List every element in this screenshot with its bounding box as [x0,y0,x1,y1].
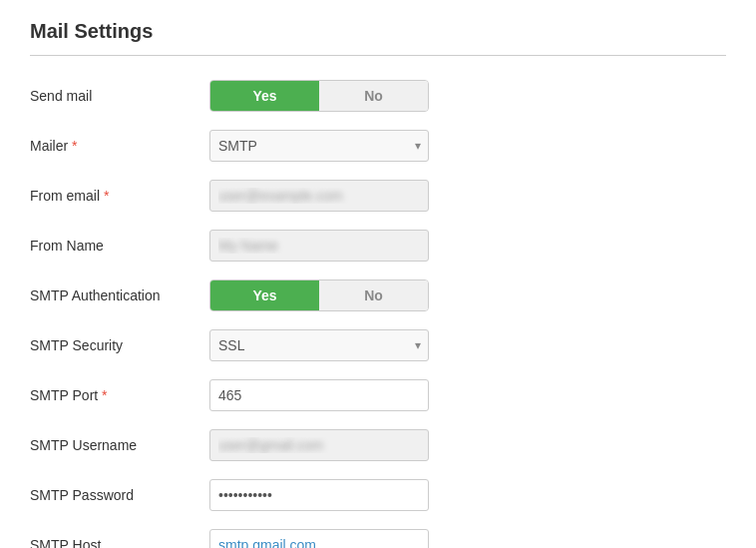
from-email-row: From email * [30,180,726,212]
send-mail-row: Send mail Yes No [30,80,726,112]
smtp-security-label: SMTP Security [30,337,209,353]
mailer-select[interactable]: SMTP Sendmail Mail [209,130,429,162]
smtp-port-input[interactable] [209,379,429,411]
send-mail-toggle[interactable]: Yes No [209,80,429,112]
mailer-select-wrapper: SMTP Sendmail Mail ▾ [209,130,429,162]
smtp-auth-row: SMTP Authentication Yes No [30,279,726,311]
smtp-port-row: SMTP Port * [30,379,726,411]
smtp-password-label: SMTP Password [30,487,209,503]
send-mail-yes-button[interactable]: Yes [210,81,319,111]
send-mail-label: Send mail [30,88,209,104]
smtp-port-label: SMTP Port * [30,387,209,403]
mailer-label: Mailer * [30,138,209,154]
smtp-username-input[interactable] [209,429,429,461]
smtp-auth-label: SMTP Authentication [30,287,209,303]
from-email-input[interactable] [209,180,429,212]
page-title: Mail Settings [30,20,726,43]
smtp-security-row: SMTP Security SSL TLS None ▾ [30,329,726,361]
smtp-username-row: SMTP Username [30,429,726,461]
from-name-input[interactable] [209,230,429,262]
smtp-security-select[interactable]: SSL TLS None [209,329,429,361]
smtp-password-row: SMTP Password [30,479,726,511]
mailer-row: Mailer * SMTP Sendmail Mail ▾ [30,130,726,162]
smtp-auth-yes-button[interactable]: Yes [210,280,319,310]
smtp-security-select-wrapper: SSL TLS None ▾ [209,329,429,361]
smtp-username-label: SMTP Username [30,437,209,453]
from-name-label: From Name [30,238,209,254]
smtp-password-input[interactable] [209,479,429,511]
smtp-auth-toggle[interactable]: Yes No [209,279,429,311]
from-name-row: From Name [30,230,726,262]
smtp-host-label: SMTP Host [30,537,209,548]
from-email-label: From email * [30,188,209,204]
smtp-host-row: SMTP Host [30,529,726,548]
smtp-host-input[interactable] [209,529,429,548]
send-mail-no-button[interactable]: No [319,81,428,111]
smtp-auth-no-button[interactable]: No [319,280,428,310]
title-divider [30,55,726,56]
